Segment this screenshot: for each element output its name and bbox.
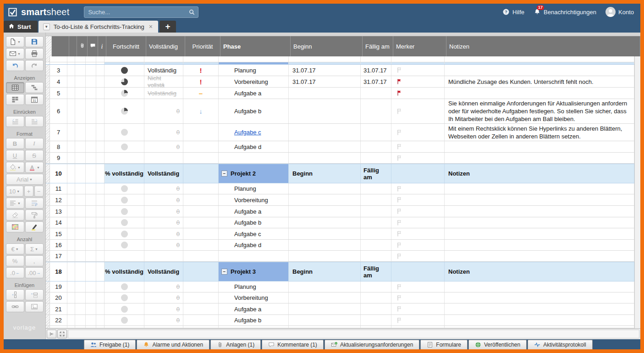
progress-cell[interactable] [105,183,144,194]
flag-cell[interactable] [391,153,445,163]
insert-cell-button[interactable] [25,289,44,300]
progress-cell[interactable] [105,292,144,303]
info-cell[interactable] [96,206,105,217]
tab-close-icon[interactable]: × [148,23,154,30]
cell[interactable] [445,326,634,328]
collapse-toggle[interactable]: − [221,171,227,176]
wrap-button[interactable] [25,198,44,209]
row-number[interactable]: 11 [50,183,67,194]
font-size-dropdown-icon[interactable]: ▼ [17,190,20,193]
cell[interactable] [361,56,391,62]
info-cell[interactable] [96,251,105,261]
due-cell[interactable]: 31.07.17 [361,65,391,76]
begin-cell[interactable] [289,124,361,141]
image-button[interactable] [25,301,44,312]
progress-cell[interactable] [105,251,144,261]
comment-cell[interactable] [86,194,96,205]
row-drag-handle[interactable] [46,88,50,99]
phase-cell[interactable]: Aufgabe d [219,240,289,250]
cell[interactable] [75,56,86,62]
row-select-cell[interactable] [67,262,75,281]
priority-cell[interactable]: ↓ [183,99,219,123]
sum-dropdown-icon[interactable]: ▼ [35,248,38,251]
priority-cell[interactable] [183,240,219,250]
row-number[interactable]: 13 [50,206,67,217]
flag-cell[interactable] [391,65,445,76]
priority-cell[interactable] [183,124,219,141]
row-drag-handle[interactable] [46,228,50,239]
begin-cell[interactable]: Beginn [289,262,361,281]
comment-cell[interactable] [86,251,96,261]
cell[interactable] [183,56,219,62]
due-cell[interactable] [361,206,391,217]
row-number[interactable]: 7 [50,124,67,141]
due-cell[interactable] [361,124,391,141]
cell[interactable] [75,326,86,328]
flag-gray-icon[interactable] [396,231,402,237]
attachment-cell[interactable] [75,240,86,250]
notes-cell[interactable]: Notizen [445,262,634,281]
conditional-format-button[interactable] [6,221,24,232]
info-cell[interactable] [96,303,105,314]
currency-dropdown-icon[interactable]: ▼ [16,248,19,251]
row-number[interactable]: 5 [50,88,67,99]
notes-cell[interactable] [445,303,634,314]
progress-cell[interactable] [105,76,144,87]
statusbar-tab-formulare[interactable]: Formulare [420,340,468,349]
notes-cell[interactable] [445,315,634,325]
complete-cell[interactable]: 0 [144,141,183,152]
flag-cell[interactable] [391,303,445,314]
cell[interactable] [96,62,105,64]
begin-cell[interactable] [289,303,361,314]
row-drag-handle[interactable] [46,292,50,303]
statusbar-tab-veröffentlichen[interactable]: Veröffentlichen [468,340,527,349]
align-button[interactable]: ▼ [6,198,24,209]
priority-cell[interactable] [183,183,219,194]
row-drag-handle[interactable] [46,153,50,163]
row-drag-handle[interactable] [46,164,50,183]
font-color-button[interactable]: A▼ [25,162,44,173]
header-comment-cell[interactable] [88,36,98,56]
begin-cell[interactable] [289,292,361,303]
notes-cell[interactable] [445,153,634,163]
begin-cell[interactable] [289,240,361,250]
progress-cell[interactable] [105,65,144,76]
row-number[interactable]: 9 [50,153,67,163]
priority-cell[interactable] [183,153,219,163]
phase-cell[interactable] [219,153,289,163]
priority-cell[interactable] [183,281,219,292]
progress-cell[interactable]: % vollständig [105,164,144,183]
attachment-cell[interactable] [75,88,86,99]
progress-cell[interactable] [105,240,144,250]
begin-cell[interactable] [289,99,361,123]
info-cell[interactable] [96,65,105,76]
flag-cell[interactable] [391,76,445,87]
statusbar-tab-freigabe-1-[interactable]: Freigabe (1) [84,340,136,349]
phase-cell[interactable]: Aufgabe a [219,88,289,99]
begin-cell[interactable] [289,251,361,261]
row-number[interactable]: 17 [50,251,67,261]
cell[interactable] [96,326,105,328]
vertical-scrollbar[interactable] [634,56,640,328]
new-tab-button[interactable]: + [160,21,176,33]
percent-button[interactable]: % [6,255,24,266]
fill-color-button[interactable]: ▼ [6,162,24,173]
notes-cell[interactable] [445,206,634,217]
progress-cell[interactable] [105,281,144,292]
decimal-increase-button[interactable]: .00→ [25,267,44,278]
row-number[interactable]: 19 [50,281,67,292]
complete-cell[interactable] [144,251,183,261]
priority-cell[interactable] [183,251,219,261]
info-cell[interactable] [96,141,105,152]
row-drag-handle[interactable] [46,251,50,261]
print-button[interactable] [25,48,44,59]
begin-cell[interactable] [289,206,361,217]
priority-cell[interactable] [183,217,219,228]
flag-cell[interactable] [391,99,445,123]
begin-cell[interactable]: 31.07.17 [289,65,361,76]
due-cell[interactable] [361,153,391,163]
flag-gray-icon[interactable] [396,67,402,73]
link-button[interactable] [6,301,24,312]
complete-cell[interactable]: 0 [144,315,183,325]
cell[interactable] [144,56,183,62]
